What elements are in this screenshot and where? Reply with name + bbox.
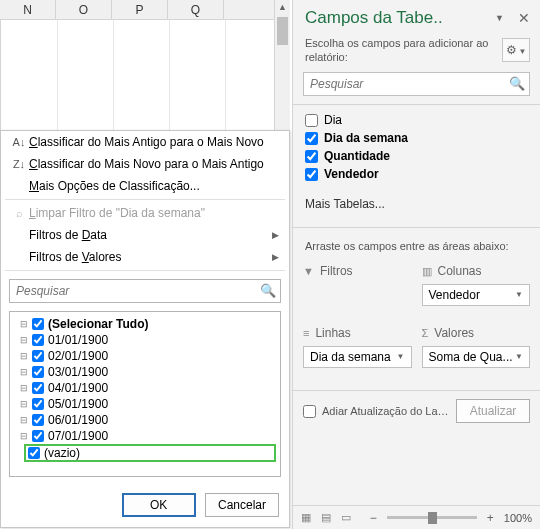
filter-value-label: 04/01/1900 (48, 381, 108, 395)
gear-button[interactable]: ⚙▼ (502, 38, 530, 62)
filter-value-item[interactable]: ⊟01/01/1900 (14, 332, 276, 348)
filter-value-item[interactable]: ⊟07/01/1900 (14, 428, 276, 444)
field-label: Dia (324, 113, 342, 127)
zoom-slider-track[interactable] (387, 516, 477, 519)
cancel-button[interactable]: Cancelar (205, 493, 279, 517)
field-item[interactable]: Dia (305, 111, 528, 129)
pane-title: Campos da Tabe.. (305, 8, 491, 28)
scroll-up-icon[interactable]: ▲ (275, 0, 290, 16)
filter-value-label: (Selecionar Tudo) (48, 317, 148, 331)
field-checkbox[interactable] (305, 168, 318, 181)
chevron-down-icon: ▼ (515, 285, 523, 305)
fields-search-input[interactable] (304, 73, 507, 95)
scroll-thumb[interactable] (277, 17, 288, 45)
more-sort-options[interactable]: Mais Opções de Classificação... (1, 175, 289, 197)
zoom-percent[interactable]: 100% (504, 512, 532, 524)
col-n[interactable]: N (0, 0, 56, 19)
values-chip-soma[interactable]: Soma de Qua...▼ (422, 346, 531, 368)
defer-checkbox[interactable] (303, 405, 316, 418)
chevron-down-icon: ▼ (397, 347, 405, 367)
date-filters[interactable]: Filtros de Data ▶ (1, 224, 289, 246)
view-normal-icon[interactable]: ▦ (301, 511, 311, 524)
filter-value-item[interactable]: ⊟(Selecionar Tudo) (14, 316, 276, 332)
close-icon[interactable]: ✕ (518, 10, 530, 26)
value-filters[interactable]: Filtros de Valores ▶ (1, 246, 289, 268)
view-page-icon[interactable]: ▤ (321, 511, 331, 524)
columns-icon: ▥ (422, 265, 432, 278)
filter-search-input[interactable] (10, 280, 256, 302)
filter-value-item[interactable]: ⊟05/01/1900 (14, 396, 276, 412)
rows-area[interactable]: ≡Linhas Dia da semana▼ (303, 324, 412, 376)
field-label: Vendedor (324, 167, 379, 181)
filter-value-item[interactable]: ⊟(vazio) (24, 444, 276, 462)
sort-descending[interactable]: Z↓ Classificar do Mais Novo para o Mais … (1, 153, 289, 175)
pivot-fields-pane: Campos da Tabe.. ▼ ✕ Escolha os campos p… (292, 0, 540, 529)
search-icon: 🔍 (260, 283, 276, 298)
filter-value-checkbox[interactable] (32, 430, 44, 442)
filter-value-item[interactable]: ⊟02/01/1900 (14, 348, 276, 364)
rows-chip-dia-semana[interactable]: Dia da semana▼ (303, 346, 412, 368)
vertical-scrollbar[interactable]: ▲ (274, 0, 290, 130)
funnel-icon: ▼ (303, 265, 314, 277)
gear-icon: ⚙ (506, 43, 517, 57)
columns-area[interactable]: ▥Colunas Vendedor▼ (422, 262, 531, 314)
field-label: Dia da semana (324, 131, 408, 145)
sort-ascending[interactable]: A↓ Classificar do Mais Antigo para o Mai… (1, 131, 289, 153)
zoom-out-button[interactable]: − (366, 511, 381, 525)
filter-value-checkbox[interactable] (32, 382, 44, 394)
filter-value-checkbox[interactable] (32, 334, 44, 346)
column-headers: N O P Q (0, 0, 290, 20)
field-item[interactable]: Quantidade (305, 147, 528, 165)
filter-value-checkbox[interactable] (28, 447, 40, 459)
rows-icon: ≡ (303, 327, 309, 339)
fields-list: DiaDia da semanaQuantidadeVendedor (293, 111, 540, 187)
field-item[interactable]: Vendedor (305, 165, 528, 183)
zoom-in-button[interactable]: + (483, 511, 498, 525)
filter-value-checkbox[interactable] (32, 366, 44, 378)
filter-value-item[interactable]: ⊟06/01/1900 (14, 412, 276, 428)
pane-subtitle: Escolha os campos para adicionar ao rela… (305, 36, 502, 64)
view-break-icon[interactable]: ▭ (341, 511, 351, 524)
sort-asc-icon: A↓ (9, 136, 29, 148)
values-area[interactable]: ΣValores Soma de Qua...▼ (422, 324, 531, 376)
filter-value-label: 06/01/1900 (48, 413, 108, 427)
filter-value-label: 07/01/1900 (48, 429, 108, 443)
filter-value-item[interactable]: ⊟03/01/1900 (14, 364, 276, 380)
filter-value-checkbox[interactable] (32, 350, 44, 362)
chevron-down-icon: ▼ (519, 47, 527, 56)
field-checkbox[interactable] (305, 150, 318, 163)
filter-value-checkbox[interactable] (32, 318, 44, 330)
filter-values-tree[interactable]: ⊟(Selecionar Tudo)⊟01/01/1900⊟02/01/1900… (9, 311, 281, 477)
pane-title-dropdown-icon[interactable]: ▼ (495, 13, 504, 23)
update-button[interactable]: Atualizar (456, 399, 530, 423)
sheet-body[interactable] (0, 20, 290, 130)
submenu-arrow-icon: ▶ (272, 252, 279, 262)
col-q[interactable]: Q (168, 0, 224, 19)
col-p[interactable]: P (112, 0, 168, 19)
filter-value-label: 02/01/1900 (48, 349, 108, 363)
filter-value-label: 05/01/1900 (48, 397, 108, 411)
filter-value-checkbox[interactable] (32, 414, 44, 426)
submenu-arrow-icon: ▶ (272, 230, 279, 240)
field-checkbox[interactable] (305, 132, 318, 145)
defer-label: Adiar Atualização do Lay... (322, 405, 450, 417)
ok-button[interactable]: OK (122, 493, 196, 517)
chevron-down-icon: ▼ (515, 347, 523, 367)
filter-value-label: 03/01/1900 (48, 365, 108, 379)
more-tables-link[interactable]: Mais Tabelas... (293, 187, 540, 219)
sort-desc-icon: Z↓ (9, 158, 29, 170)
col-o[interactable]: O (56, 0, 112, 19)
zoom-slider-thumb[interactable] (428, 512, 437, 524)
filter-search[interactable]: 🔍 (9, 279, 281, 303)
field-checkbox[interactable] (305, 114, 318, 127)
filter-value-item[interactable]: ⊟04/01/1900 (14, 380, 276, 396)
filter-menu: A↓ Classificar do Mais Antigo para o Mai… (0, 130, 290, 528)
filter-value-checkbox[interactable] (32, 398, 44, 410)
filters-area[interactable]: ▼Filtros (303, 262, 412, 314)
columns-chip-vendedor[interactable]: Vendedor▼ (422, 284, 531, 306)
drag-hint: Arraste os campos entre as áreas abaixo: (293, 234, 540, 258)
filter-value-label: 01/01/1900 (48, 333, 108, 347)
fields-search[interactable]: 🔍 (303, 72, 530, 96)
field-item[interactable]: Dia da semana (305, 129, 528, 147)
funnel-clear-icon: ⌕ (9, 207, 29, 219)
